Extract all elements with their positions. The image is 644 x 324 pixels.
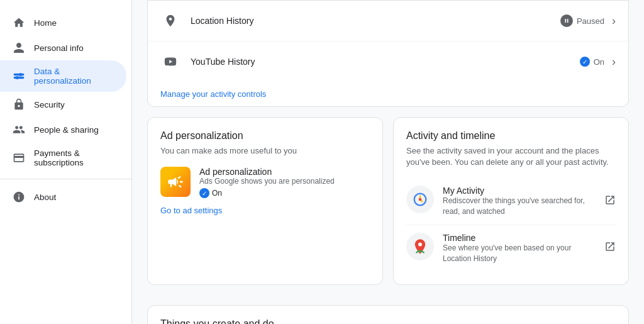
my-activity-text: My Activity Rediscover the things you've… bbox=[443, 186, 596, 217]
activity-card-inner: Activity and timeline See the activity s… bbox=[394, 118, 628, 284]
youtube-history-status: ✓ On bbox=[580, 57, 604, 67]
sidebar-item-personal-info-label: Personal info bbox=[34, 43, 84, 53]
location-history-row[interactable]: Location History Paused › bbox=[148, 1, 628, 42]
ad-personalization-card: Ad personalization You can make ads more… bbox=[147, 117, 383, 285]
ad-item-subtitle: Ads Google shows you are personalized bbox=[199, 177, 335, 186]
youtube-on-check: ✓ bbox=[580, 57, 590, 67]
two-col-section: Ad personalization You can make ads more… bbox=[147, 117, 629, 295]
go-to-ad-settings-link[interactable]: Go to ad settings bbox=[160, 206, 370, 215]
youtube-history-icon bbox=[160, 52, 180, 72]
ad-card-inner: Ad personalization You can make ads more… bbox=[148, 118, 382, 228]
youtube-history-label: YouTube History bbox=[191, 57, 580, 67]
payments-icon bbox=[13, 152, 25, 164]
lock-icon bbox=[13, 98, 25, 111]
sidebar-item-security[interactable]: Security bbox=[0, 92, 126, 117]
timeline-icon bbox=[406, 233, 434, 260]
activity-card-desc: See the activity saved in your account a… bbox=[406, 145, 616, 168]
ad-on-check: ✓ bbox=[199, 188, 209, 198]
timeline-title: Timeline bbox=[443, 233, 596, 243]
activity-rows-card: Location History Paused › YouTube Histor… bbox=[147, 0, 629, 107]
paused-icon bbox=[560, 14, 573, 27]
ad-item-title: Ad personalization bbox=[199, 167, 335, 177]
activity-timeline-card: Activity and timeline See the activity s… bbox=[393, 117, 629, 285]
toggle-icon bbox=[13, 70, 25, 82]
sidebar-item-data-personalization[interactable]: Data & personalization bbox=[0, 60, 126, 92]
sidebar-item-about[interactable]: About bbox=[0, 184, 126, 209]
svg-point-6 bbox=[418, 243, 422, 247]
ad-item-text: Ad personalization Ads Google shows you … bbox=[199, 167, 335, 198]
sidebar-item-home-label: Home bbox=[34, 18, 57, 28]
youtube-history-chevron: › bbox=[612, 55, 616, 69]
svg-point-3 bbox=[16, 76, 19, 79]
sidebar: Home Personal info Data & personalizatio… bbox=[0, 0, 132, 324]
my-activity-icon bbox=[406, 186, 434, 213]
sidebar-item-personal-info[interactable]: Personal info bbox=[0, 35, 126, 60]
info-icon bbox=[13, 191, 25, 203]
things-card-title: Things you create and do bbox=[160, 318, 616, 324]
ad-item-icon bbox=[160, 167, 191, 197]
my-activity-desc: Rediscover the things you've searched fo… bbox=[443, 196, 596, 217]
sidebar-item-people-sharing[interactable]: People & sharing bbox=[0, 117, 126, 142]
timeline-desc: See where you've been based on your Loca… bbox=[443, 243, 596, 264]
people-icon bbox=[13, 123, 25, 136]
timeline-item[interactable]: Timeline See where you've been based on … bbox=[406, 225, 616, 272]
youtube-history-row[interactable]: YouTube History ✓ On › bbox=[148, 42, 628, 82]
sidebar-item-payments-label: Payments & subscriptions bbox=[34, 148, 116, 167]
my-activity-title: My Activity bbox=[443, 186, 596, 196]
timeline-text: Timeline See where you've been based on … bbox=[443, 233, 596, 264]
things-create-card: Things you create and do Check Google Da… bbox=[147, 305, 629, 324]
svg-point-2 bbox=[19, 73, 22, 76]
sidebar-item-security-label: Security bbox=[34, 100, 65, 109]
ad-on-badge: ✓ On bbox=[199, 188, 335, 198]
sidebar-item-people-label: People & sharing bbox=[34, 125, 99, 135]
sidebar-divider bbox=[0, 179, 131, 179]
person-icon bbox=[13, 42, 25, 54]
sidebar-item-data-label: Data & personalization bbox=[34, 67, 116, 86]
ad-card-title: Ad personalization bbox=[160, 130, 370, 142]
my-activity-item[interactable]: My Activity Rediscover the things you've… bbox=[406, 178, 616, 225]
sidebar-item-home[interactable]: Home bbox=[0, 10, 126, 35]
ad-item: Ad personalization Ads Google shows you … bbox=[160, 167, 370, 198]
activity-card-title: Activity and timeline bbox=[406, 130, 616, 142]
location-history-label: Location History bbox=[191, 16, 560, 26]
location-history-status: Paused bbox=[560, 14, 604, 27]
my-activity-external-icon bbox=[604, 194, 616, 209]
main-content: Location History Paused › YouTube Histor… bbox=[132, 0, 644, 324]
sidebar-item-payments[interactable]: Payments & subscriptions bbox=[0, 142, 126, 174]
manage-activity-link[interactable]: Manage your activity controls bbox=[148, 82, 628, 106]
svg-point-5 bbox=[419, 198, 422, 201]
home-icon bbox=[13, 16, 25, 29]
sidebar-item-about-label: About bbox=[34, 193, 56, 202]
location-history-chevron: › bbox=[612, 14, 616, 28]
location-history-icon bbox=[160, 11, 180, 31]
timeline-external-icon bbox=[604, 241, 616, 255]
ad-card-desc: You can make ads more useful to you bbox=[160, 145, 370, 157]
